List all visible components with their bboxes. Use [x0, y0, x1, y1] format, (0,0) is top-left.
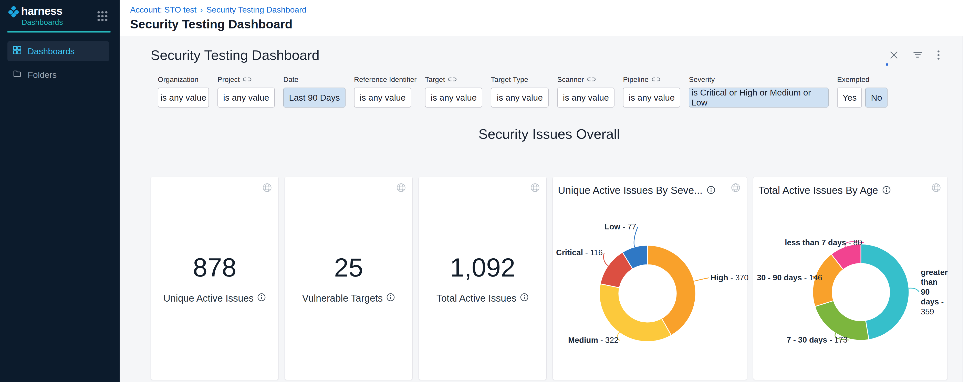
globe-icon[interactable] [530, 182, 540, 193]
info-icon[interactable] [386, 293, 395, 304]
filter-label: Scanner [557, 75, 614, 84]
donut-slice-7---30-days[interactable] [815, 301, 869, 340]
cards-row: 878 Unique Active Issues 25 Vulnerable T… [151, 177, 963, 380]
filter-severity: Severityis Critical or High or Medium or… [689, 75, 829, 108]
filter-value-select[interactable]: Last 90 Days [283, 87, 345, 108]
card-unique-active-issues: 878 Unique Active Issues [151, 177, 279, 380]
sidebar-item-label: Dashboards [28, 46, 75, 56]
stat-value: 1,092 [450, 253, 515, 283]
harness-logo-icon [7, 5, 20, 19]
filter-value-select[interactable]: is any value [218, 87, 275, 108]
card-unique-issues-by-severity: Unique Active Issues By Seve... High - 3… [552, 177, 747, 380]
info-icon[interactable] [520, 293, 529, 304]
link-icon [587, 76, 596, 84]
stat-label: Total Active Issues [436, 293, 517, 304]
filter-exempted: ExemptedYesNo [837, 75, 888, 108]
link-icon [243, 76, 251, 84]
donut-leader-line [908, 288, 919, 292]
dashboards-icon [13, 46, 22, 57]
right-gutter-scroll-area[interactable] [963, 36, 980, 382]
sidebar-item-folders[interactable]: Folders [8, 65, 109, 85]
topbar: Account: STO test › Security Testing Das… [119, 0, 980, 36]
breadcrumb-dashboard-link[interactable]: Security Testing Dashboard [207, 5, 307, 14]
card-total-issues-by-age: Total Active Issues By Age greater than … [753, 177, 948, 380]
age-donut-chart[interactable]: greater than 90 days - 3597 - 30 days - … [753, 177, 947, 380]
globe-icon[interactable] [262, 182, 272, 193]
donut-leader-line [603, 253, 608, 266]
filter-label: Target Type [491, 75, 549, 84]
exempted-no-button[interactable]: No [865, 87, 888, 108]
filter-label: Reference Identifier [354, 75, 417, 84]
breadcrumb-separator: › [200, 5, 203, 14]
breadcrumb: Account: STO test › Security Testing Das… [130, 5, 980, 14]
filter-label: Date [283, 75, 345, 84]
donut-label: less than 7 days - 80 [785, 238, 862, 247]
card-vulnerable-targets: 25 Vulnerable Targets [285, 177, 413, 380]
page-title: Security Testing Dashboard [130, 17, 980, 31]
filter-scanner: Scanneris any value [557, 75, 614, 108]
close-icon[interactable] [889, 51, 899, 60]
globe-icon[interactable] [931, 182, 941, 193]
filter-label: Target [425, 75, 482, 84]
donut-label: Medium - 322 [568, 335, 618, 345]
sidebar-divider [7, 31, 111, 33]
donut-label: Low - 77 [605, 222, 636, 232]
dashboard-panel-title: Security Testing Dashboard [151, 47, 320, 63]
donut-slice-medium[interactable] [599, 284, 671, 342]
cursor-dot [886, 63, 888, 66]
filter-icon[interactable] [913, 51, 922, 59]
filter-target: Targetis any value [425, 75, 482, 108]
info-icon[interactable] [257, 293, 266, 304]
chart-title: Total Active Issues By Age [759, 185, 878, 196]
chart-title: Unique Active Issues By Seve... [558, 185, 703, 196]
filter-label: Pipeline [623, 75, 680, 84]
filter-value-select[interactable]: is Critical or High or Medium or Low [689, 87, 829, 108]
folder-icon [13, 70, 22, 80]
filter-label: Project [218, 75, 275, 84]
link-icon [448, 76, 457, 84]
filter-value-select[interactable]: is any value [354, 87, 411, 108]
filter-project: Projectis any value [218, 75, 275, 108]
kebab-menu-icon[interactable] [937, 50, 940, 60]
filter-bar: Organizationis any valueProjectis any va… [158, 75, 963, 108]
logo-subtitle: Dashboards [22, 18, 63, 27]
logo-text: harness [21, 5, 63, 17]
section-title: Security Issues Overall [151, 126, 948, 142]
filter-pipeline: Pipelineis any value [623, 75, 680, 108]
donut-label: 30 - 90 days - 146 [757, 273, 822, 283]
donut-label: greater than 90 days - 359 [921, 268, 947, 317]
donut-slice-greater-than-90-days[interactable] [861, 244, 909, 339]
filter-value-select[interactable]: is any value [491, 87, 549, 108]
stat-label: Unique Active Issues [164, 293, 254, 304]
info-icon[interactable] [707, 185, 715, 195]
filter-reference-identifier: Reference Identifieris any value [354, 75, 417, 108]
filter-value-select[interactable]: is any value [158, 87, 209, 108]
exempted-yes-button[interactable]: Yes [837, 87, 862, 108]
card-total-active-issues: 1,092 Total Active Issues [418, 177, 547, 380]
filter-label: Organization [158, 75, 209, 84]
donut-leader-line [694, 278, 709, 281]
filter-value-select[interactable]: is any value [425, 87, 482, 108]
donut-label: High - 370 [711, 273, 748, 283]
link-icon [652, 76, 660, 84]
filter-value-select[interactable]: is any value [623, 87, 680, 108]
filter-date: DateLast 90 Days [283, 75, 345, 108]
filter-value-select[interactable]: is any value [557, 87, 614, 108]
breadcrumb-account-link[interactable]: Account: STO test [130, 5, 196, 14]
grid-apps-icon[interactable] [97, 10, 108, 23]
stat-value: 878 [193, 253, 236, 283]
filter-label: Exempted [837, 75, 888, 84]
filter-target-type: Target Typeis any value [491, 75, 549, 108]
filter-label: Severity [689, 75, 829, 84]
sidebar: harness Dashboards Dashboards [0, 0, 119, 382]
stat-value: 25 [334, 253, 363, 283]
globe-icon[interactable] [396, 182, 406, 193]
sidebar-item-dashboards[interactable]: Dashboards [8, 41, 109, 61]
globe-icon[interactable] [730, 182, 741, 193]
info-icon[interactable] [882, 185, 891, 195]
severity-donut-chart[interactable]: High - 370Medium - 322Critical - 116Low … [553, 177, 747, 380]
donut-label: Critical - 116 [556, 248, 603, 258]
sidebar-item-label: Folders [28, 70, 57, 80]
stat-label: Vulnerable Targets [302, 293, 383, 304]
donut-label: 7 - 30 days - 173 [787, 335, 848, 345]
